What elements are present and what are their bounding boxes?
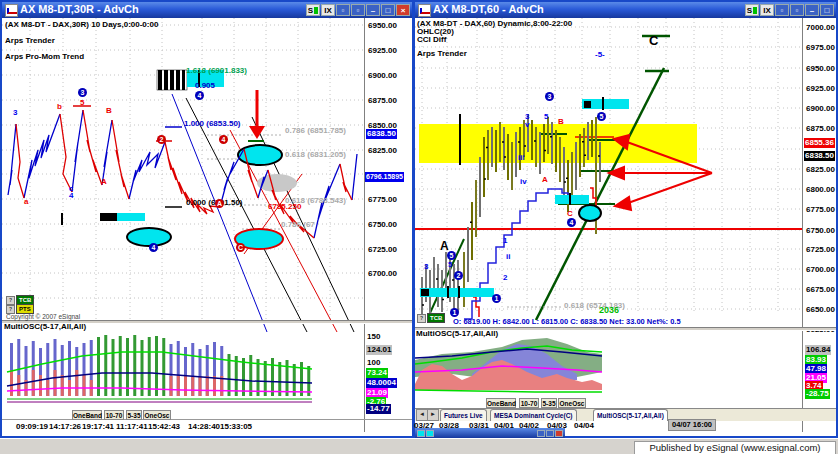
minimize-button[interactable]: – xyxy=(366,4,380,16)
oscillator-scale-tag: 106.84 xyxy=(805,345,831,355)
oscillator-preset-button[interactable]: 10-70 xyxy=(519,398,539,408)
tab-scroll-right-button[interactable]: ► xyxy=(427,409,439,421)
y-axis-label: 6775.00 xyxy=(806,205,835,214)
left-study-arps-trender: Arps Trender xyxy=(5,36,55,45)
snapshot-toggle-button[interactable]: S xyxy=(745,4,759,16)
left-window-titlebar[interactable]: AX M8-DT,30R - AdvCh S IX ▫ ▫ – □ × xyxy=(2,2,412,18)
tab-futures-live[interactable]: Futures Live xyxy=(440,409,487,421)
y-axis-label: 6975.00 xyxy=(806,43,835,52)
y-axis-label: 6725.00 xyxy=(368,245,397,254)
upper-price-tag: 6855.36 xyxy=(804,138,835,148)
time-axis-label: 11:17:41 xyxy=(116,422,148,431)
oscillator-preset-button[interactable]: OneOsc xyxy=(558,398,586,408)
wave-label: 4 xyxy=(149,243,158,252)
minimized-window-titlebar[interactable] xyxy=(415,428,565,438)
wave-label: C xyxy=(236,243,245,252)
right-axis-separator xyxy=(802,18,803,432)
wave-label: C xyxy=(567,209,573,218)
right-window-titlebar[interactable]: AX M8-DT,60 - AdvCh S IX ▫ ▫ – □ xyxy=(415,2,836,18)
oscillator-preset-button[interactable]: 5-35 xyxy=(541,398,557,408)
y-axis-label: 6700.00 xyxy=(806,265,835,274)
y-axis-label: 6875.00 xyxy=(806,124,835,133)
y-axis-label: 6900.00 xyxy=(806,104,835,113)
wave-label: 3 xyxy=(545,92,554,101)
left-pane-splitter[interactable] xyxy=(2,320,412,324)
oscillator-preset-button[interactable]: OneBand xyxy=(72,410,102,420)
oscillator-scale-tag: -14.77 xyxy=(366,404,391,414)
wave-label: 1 xyxy=(450,308,459,317)
right-chart-area[interactable] xyxy=(415,18,836,436)
y-axis-label: 6825.00 xyxy=(806,165,835,174)
wave-label: 4 xyxy=(69,191,73,200)
wave-label: A xyxy=(440,239,449,253)
tile-icon[interactable]: ▫ xyxy=(790,4,804,16)
tab-multiosc[interactable]: MultiOSC(5-17,All,All) xyxy=(593,409,668,421)
y-axis-label: 6675.00 xyxy=(806,285,835,294)
right-pane-splitter[interactable] xyxy=(415,327,836,331)
interval-toggle-button[interactable]: IX xyxy=(321,4,335,16)
oscillator-scale-tag: 124.01 xyxy=(366,345,392,355)
pivot-value-label: 2036 xyxy=(599,305,619,315)
cascade-icon[interactable]: ▫ xyxy=(336,4,350,16)
right-chart-window: AX M8-DT,60 - AdvCh S IX ▫ ▫ – □ (AX M8-… xyxy=(413,0,838,438)
wave-label: ii xyxy=(506,252,510,261)
fib-pct-label: 0.905 xyxy=(195,81,215,90)
oscillator-scale-tag: 100 xyxy=(366,358,381,368)
cascade-icon[interactable]: ▫ xyxy=(775,4,789,16)
wave-label: C xyxy=(649,33,658,48)
wave-label: -5- xyxy=(595,50,605,59)
time-axis-label: 14:17:26 xyxy=(49,422,81,431)
copyright-text: Copyright © 2007 eSignal xyxy=(6,313,80,320)
oscillator-scale-tag: -28.75 xyxy=(805,389,830,399)
oscillator-preset-button[interactable]: 10-70 xyxy=(104,410,124,420)
maximize-button[interactable] xyxy=(546,430,554,437)
y-axis-label: 6750.00 xyxy=(368,220,397,229)
wave-label: 5 xyxy=(447,251,456,260)
wave-label: 5 xyxy=(597,112,606,121)
wave-label: b xyxy=(57,102,62,111)
wave-label: A xyxy=(101,177,107,186)
y-axis-label: 6925.00 xyxy=(368,46,397,55)
y-axis-label: 6950.00 xyxy=(806,64,835,73)
right-study-arps-trender: Arps Trender xyxy=(417,49,467,58)
tab-mesa-dominant-cycle[interactable]: MESA Dominant Cycle(C) xyxy=(490,409,577,421)
question-icon: ? xyxy=(417,314,426,323)
wave-label: 2 xyxy=(503,273,507,282)
tile-icon[interactable]: ▫ xyxy=(351,4,365,16)
snapshot-toggle-button[interactable]: S xyxy=(306,4,320,16)
maximize-button[interactable]: □ xyxy=(820,4,834,16)
wave-label: 5 xyxy=(80,98,84,107)
wave-label: 2 xyxy=(454,271,463,280)
y-axis-label: 7000.00 xyxy=(806,23,835,32)
chart-window-icon xyxy=(5,4,18,17)
interval-toggle-button[interactable]: IX xyxy=(760,4,774,16)
wave-label: 3 xyxy=(424,262,428,271)
oscillator-preset-button[interactable]: 5-35 xyxy=(126,410,142,420)
y-axis-label: 6700.00 xyxy=(368,269,397,278)
wave-label: 2 xyxy=(157,135,166,144)
pts-button[interactable]: ? PTS xyxy=(6,304,34,314)
wave-label: 3 xyxy=(78,88,87,97)
time-axis-label: 15:33:05 xyxy=(220,422,252,431)
time-axis-label: 19:17:41 xyxy=(82,422,114,431)
close-button[interactable] xyxy=(555,430,563,437)
wave-label: iii xyxy=(518,153,525,162)
y-axis-label: 6875.00 xyxy=(368,96,397,105)
oscillator-preset-button[interactable]: OneOsc xyxy=(143,410,171,420)
last-price-tag: 6838.50 xyxy=(366,129,397,139)
maximize-button[interactable]: □ xyxy=(381,4,395,16)
status-green-icon xyxy=(314,7,318,14)
question-icon: ? xyxy=(6,305,15,314)
left-chart-window: AX M8-DT,30R - AdvCh S IX ▫ ▫ – □ × (AX … xyxy=(0,0,414,438)
tcb-button[interactable]: ? TCB xyxy=(417,313,445,323)
fib-proj-786-label: 0.786 (67 xyxy=(281,220,315,229)
close-button[interactable]: × xyxy=(396,4,410,16)
minimize-button[interactable]: – xyxy=(805,4,819,16)
restore-button[interactable] xyxy=(537,430,545,437)
wave-label: A xyxy=(542,175,548,184)
oscillator-preset-button[interactable]: OneBand xyxy=(486,398,516,408)
wave-label: 1 xyxy=(492,294,501,303)
alert-price-label: 6785.250 xyxy=(268,202,301,211)
status-bar: Published by eSignal (www.esignal.com) xyxy=(0,438,838,454)
y-axis-label: 6650.00 xyxy=(806,305,835,314)
